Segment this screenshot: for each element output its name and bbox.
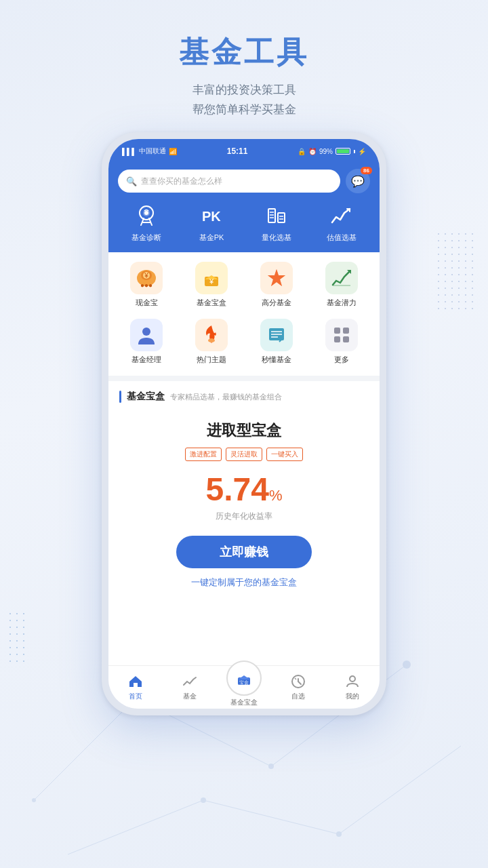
- fund-card: 进取型宝盒 激进配置 灵活进取 一键买入 5.74% 历史年化收益率 立即赚钱 …: [119, 414, 369, 599]
- message-button[interactable]: 💬 86: [346, 169, 370, 193]
- grid-item-more[interactable]: 更多: [309, 319, 374, 365]
- search-area: 🔍 查查你买的基金怎么样 💬 86: [108, 163, 380, 201]
- section-accent: [119, 391, 121, 403]
- fund-rate-label: 历史年化收益率: [119, 511, 369, 522]
- fund-tag-1: 灵活进取: [226, 448, 262, 461]
- svg-marker-31: [268, 269, 285, 286]
- svg-rect-43: [334, 336, 340, 342]
- grid-item-quicklearn[interactable]: 秒懂基金: [244, 319, 309, 365]
- nav-watchlist-label: 自选: [291, 692, 305, 701]
- svg-line-5: [339, 746, 461, 834]
- search-placeholder: 查查你买的基金怎么样: [141, 176, 222, 187]
- tab-quant-label: 量化选基: [262, 233, 291, 243]
- svg-line-49: [298, 682, 301, 684]
- message-icon: 💬: [351, 175, 365, 188]
- grid-label-manager: 基金经理: [131, 355, 161, 365]
- tab-diagnosis-label: 基金诊断: [131, 233, 161, 243]
- svg-line-3: [68, 800, 203, 854]
- search-icon: 🔍: [126, 176, 137, 186]
- grid-label-highscore: 高分基金: [262, 298, 291, 308]
- svg-point-7: [268, 764, 274, 769]
- svg-rect-17: [278, 213, 285, 222]
- svg-rect-16: [268, 209, 275, 222]
- tab-pk-label: 基金PK: [199, 233, 224, 243]
- grid-item-potential[interactable]: 基金潜力: [309, 262, 374, 308]
- tab-value-label: 估值选基: [327, 233, 357, 243]
- svg-text:PK: PK: [202, 209, 221, 224]
- status-bar: ▌▌▌ 中国联通 📶 15:11 🔒 ⏰ 99% ⚡: [108, 139, 380, 163]
- svg-text:¥: ¥: [144, 272, 148, 279]
- nav-fund-label: 基金: [183, 692, 197, 701]
- tab-value[interactable]: 估值选基: [309, 201, 374, 243]
- fund-tags: 激进配置 灵活进取 一键买入: [119, 448, 369, 461]
- grid-item-hottopic[interactable]: 热门主题: [179, 319, 244, 365]
- tab-diagnosis[interactable]: 基金诊断: [114, 201, 179, 243]
- svg-rect-44: [343, 336, 349, 342]
- bottom-nav: 首页 基金 宝盒 基金宝盒: [108, 665, 380, 709]
- nav-fundbox[interactable]: 宝盒 基金宝盒: [217, 666, 271, 709]
- nav-center-icon: 宝盒: [226, 660, 262, 696]
- nav-home-label: 首页: [129, 692, 142, 701]
- nav-home[interactable]: 首页: [108, 666, 163, 709]
- svg-text:宝盒: 宝盒: [239, 680, 249, 685]
- section-header: 基金宝盒 专家精品选基，最赚钱的基金组合: [119, 391, 369, 403]
- svg-point-35: [208, 338, 215, 342]
- grid-label-fundbox: 基金宝盒: [197, 298, 226, 308]
- blue-tab-bar: 基金诊断 PK 基金PK: [108, 201, 380, 252]
- svg-line-4: [203, 800, 339, 834]
- section-title: 基金宝盒: [127, 391, 165, 403]
- page-title: 基金工具: [0, 33, 488, 73]
- svg-point-34: [142, 328, 150, 336]
- nav-fundbox-label: 基金宝盒: [230, 698, 258, 707]
- fund-card-title: 进取型宝盒: [119, 420, 369, 441]
- main-content: ●●● ¥ 现金宝 ¥: [108, 252, 380, 665]
- icon-grid: ●●● ¥ 现金宝 ¥: [108, 252, 380, 376]
- tab-quant[interactable]: 量化选基: [244, 201, 309, 243]
- fund-rate: 5.74%: [119, 472, 369, 508]
- svg-text:●●●: ●●●: [140, 281, 152, 289]
- grid-label-potential: 基金潜力: [327, 298, 357, 308]
- section-description: 专家精品选基，最赚钱的基金组合: [170, 392, 282, 402]
- grid-label-more: 更多: [334, 355, 349, 365]
- svg-rect-42: [343, 328, 349, 334]
- grid-item-manager[interactable]: 基金经理: [114, 319, 179, 365]
- message-badge: 86: [361, 167, 372, 174]
- svg-rect-41: [334, 328, 340, 334]
- grid-label-quicklearn: 秒懂基金: [262, 355, 291, 365]
- nav-mine[interactable]: 我的: [325, 666, 380, 709]
- nav-mine-label: 我的: [346, 692, 359, 701]
- grid-item-cash[interactable]: ●●● ¥ 现金宝: [114, 262, 179, 308]
- phone-mockup: ▌▌▌ 中国联通 📶 15:11 🔒 ⏰ 99% ⚡: [102, 132, 386, 715]
- tab-pk[interactable]: PK 基金PK: [179, 201, 244, 243]
- nav-watchlist[interactable]: 自选: [271, 666, 325, 709]
- fund-tag-2: 一键买入: [266, 448, 303, 461]
- fund-tag-0: 激进配置: [185, 448, 222, 461]
- svg-line-50: [295, 678, 296, 679]
- grid-label-cash: 现金宝: [136, 298, 158, 308]
- nav-fund[interactable]: 基金: [163, 666, 217, 709]
- fund-box-section: 基金宝盒 专家精品选基，最赚钱的基金组合 进取型宝盒 激进配置 灵活进取 一键买…: [108, 381, 380, 609]
- grid-item-highscore[interactable]: 高分基金: [244, 262, 309, 308]
- fund-cta-button[interactable]: 立即赚钱: [176, 536, 312, 568]
- section-divider: [108, 376, 380, 381]
- grid-item-fundbox[interactable]: ¥ 基金宝盒: [179, 262, 244, 308]
- svg-text:¥: ¥: [209, 277, 214, 285]
- fund-customize-link[interactable]: 一键定制属于您的基金宝盒: [119, 576, 369, 589]
- svg-point-14: [144, 211, 148, 215]
- page-subtitle: 丰富的投资决策工具 帮您简单科学买基金: [0, 81, 488, 120]
- svg-rect-33: [333, 285, 350, 286]
- svg-point-9: [201, 797, 206, 803]
- svg-point-51: [350, 676, 355, 682]
- svg-point-11: [32, 798, 36, 802]
- svg-point-10: [336, 831, 342, 837]
- grid-label-hottopic: 热门主题: [197, 355, 226, 365]
- svg-point-8: [403, 660, 411, 669]
- search-input[interactable]: 🔍 查查你买的基金怎么样: [118, 170, 340, 193]
